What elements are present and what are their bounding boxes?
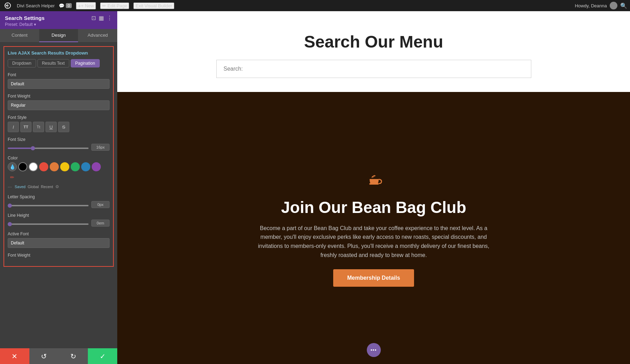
active-font-select[interactable]: Default — [8, 238, 110, 248]
color-white[interactable] — [29, 162, 38, 171]
color-blue[interactable] — [81, 162, 90, 171]
panel-tabs-top: Content Design Advanced — [0, 29, 117, 43]
sub-tabs: Dropdown Results Text Pagination — [8, 59, 110, 67]
letter-spacing-slider[interactable] — [8, 205, 89, 206]
section-box-title: Live AJAX Search Results Dropdown — [8, 50, 110, 56]
club-title: Join Our Bean Bag Club — [281, 198, 466, 217]
font-style-group: Font Style I TT Tt U S — [8, 115, 110, 132]
color-settings-icon[interactable]: ⚙ — [55, 184, 59, 189]
letter-spacing-slider-row: 0px — [8, 201, 110, 208]
new-button[interactable]: + + New — [76, 2, 96, 9]
font-size-group: Font Size 16px — [8, 137, 110, 151]
line-height-label: Line Height — [8, 213, 110, 218]
main-layout: Search Settings ⊡ ▦ ⋮ Preset: Default Co… — [0, 11, 630, 364]
panel-more-icon[interactable]: ⋮ — [107, 15, 112, 21]
color-pencil-icon[interactable]: ✏ — [8, 173, 17, 182]
line-height-slider-row: 0em — [8, 220, 110, 227]
edit-page-button[interactable]: ✏ Edit Page — [100, 2, 129, 9]
sub-tab-pagination[interactable]: Pagination — [71, 59, 100, 67]
admin-search-icon[interactable]: 🔍 — [620, 2, 627, 9]
coffee-section: Join Our Bean Bag Club Become a part of … — [117, 92, 630, 364]
font-weight2-group: Font Weight — [8, 253, 110, 258]
color-swatches: 💧 ✏ — [8, 162, 110, 182]
section-box: Live AJAX Search Results Dropdown Dropdo… — [4, 46, 114, 267]
club-description: Become a part of our Bean Bag Club and t… — [255, 224, 493, 259]
font-weight-select[interactable]: Regular — [8, 100, 110, 110]
cancel-button[interactable]: ✕ — [0, 348, 29, 364]
strikethrough-button[interactable]: S — [58, 122, 69, 132]
panel-header: Search Settings ⊡ ▦ ⋮ Preset: Default — [0, 11, 117, 29]
sub-tab-dropdown[interactable]: Dropdown — [8, 59, 36, 67]
redo-button[interactable]: ↻ — [59, 348, 88, 364]
letter-spacing-label: Letter Spacing — [8, 194, 110, 199]
admin-bar-right: Howdy, Deanna 🔍 — [575, 2, 627, 9]
panel-preset[interactable]: Preset: Default — [5, 22, 112, 27]
font-weight-label: Font Weight — [8, 94, 110, 99]
letter-spacing-value[interactable]: 0px — [91, 201, 110, 208]
color-tab-global[interactable]: Global — [28, 185, 39, 189]
save-button[interactable]: ✓ — [88, 348, 117, 364]
active-font-label: Active Font — [8, 231, 110, 236]
panel-content: Live AJAX Search Results Dropdown Dropdo… — [0, 43, 117, 348]
membership-button[interactable]: Membership Details — [333, 269, 414, 287]
color-purple[interactable] — [92, 162, 101, 171]
line-height-slider-container — [8, 220, 89, 226]
letter-spacing-slider-container — [8, 201, 89, 208]
tab-advanced[interactable]: Advanced — [78, 29, 117, 42]
color-green[interactable] — [71, 162, 80, 171]
panel-title: Search Settings — [5, 15, 44, 21]
font-size-slider[interactable] — [8, 148, 89, 149]
search-section: Search Our Menu — [117, 11, 630, 92]
underline-button[interactable]: U — [46, 122, 57, 132]
uppercase-button[interactable]: TT — [20, 122, 31, 132]
font-size-slider-row: 16px — [8, 144, 110, 151]
panel-monitor-icon[interactable]: ⊡ — [91, 15, 96, 21]
tab-design[interactable]: Design — [39, 29, 78, 42]
font-style-buttons: I TT Tt U S — [8, 122, 110, 132]
color-section: Color 💧 ✏ ··· — [8, 156, 110, 190]
capitalize-button[interactable]: Tt — [33, 122, 44, 132]
user-avatar[interactable] — [610, 2, 617, 9]
undo-button[interactable]: ↺ — [29, 348, 59, 364]
font-weight-group: Font Weight Regular — [8, 94, 110, 110]
coffee-icon — [363, 169, 384, 194]
italic-button[interactable]: I — [8, 122, 19, 132]
font-style-label: Font Style — [8, 115, 110, 120]
wp-logo-icon[interactable] — [3, 1, 13, 10]
font-size-value[interactable]: 16px — [91, 144, 110, 151]
left-panel: Search Settings ⊡ ▦ ⋮ Preset: Default Co… — [0, 11, 117, 364]
line-height-group: Line Height 0em — [8, 213, 110, 227]
color-red[interactable] — [39, 162, 48, 171]
tab-content[interactable]: Content — [0, 29, 39, 42]
color-tab-recent[interactable]: Recent — [41, 185, 53, 189]
color-yellow[interactable] — [60, 162, 69, 171]
coffee-content: Join Our Bean Bag Club Become a part of … — [255, 169, 493, 287]
panel-layout-icon[interactable]: ▦ — [99, 15, 104, 21]
font-size-slider-container — [8, 144, 89, 150]
howdy-text: Howdy, Deanna — [575, 3, 607, 8]
three-dots-circle[interactable]: ••• — [367, 343, 381, 357]
search-input[interactable] — [216, 60, 531, 78]
wp-admin-bar: Divi Search Helper 💬 0 + + New ✏ Edit Pa… — [0, 0, 630, 11]
color-black[interactable] — [18, 162, 27, 171]
bottom-toolbar: ✕ ↺ ↻ ✓ — [0, 348, 117, 364]
divi-helper-link[interactable]: Divi Search Helper — [17, 3, 55, 8]
search-title: Search Our Menu — [304, 32, 443, 51]
font-size-label: Font Size — [8, 137, 110, 142]
exit-visual-builder-button[interactable]: Exit Visual Builder — [133, 2, 174, 9]
color-tab-saved[interactable]: Saved — [15, 185, 26, 189]
color-label: Color — [8, 156, 110, 160]
active-font-group: Active Font Default — [8, 231, 110, 248]
font-label: Font — [8, 72, 110, 77]
right-content: Search Our Menu Join Our Bean Bag Club B… — [117, 11, 630, 364]
comment-bubble[interactable]: 💬 0 — [59, 3, 71, 8]
line-height-slider[interactable] — [8, 223, 89, 225]
font-group: Font Default — [8, 72, 110, 89]
color-more-icon[interactable]: ··· — [8, 184, 12, 190]
font-weight2-label: Font Weight — [8, 253, 110, 258]
line-height-value[interactable]: 0em — [91, 220, 110, 227]
font-select[interactable]: Default — [8, 79, 110, 89]
sub-tab-results[interactable]: Results Text — [37, 59, 69, 67]
eyedropper-button[interactable]: 💧 — [8, 162, 17, 171]
color-orange[interactable] — [50, 162, 59, 171]
